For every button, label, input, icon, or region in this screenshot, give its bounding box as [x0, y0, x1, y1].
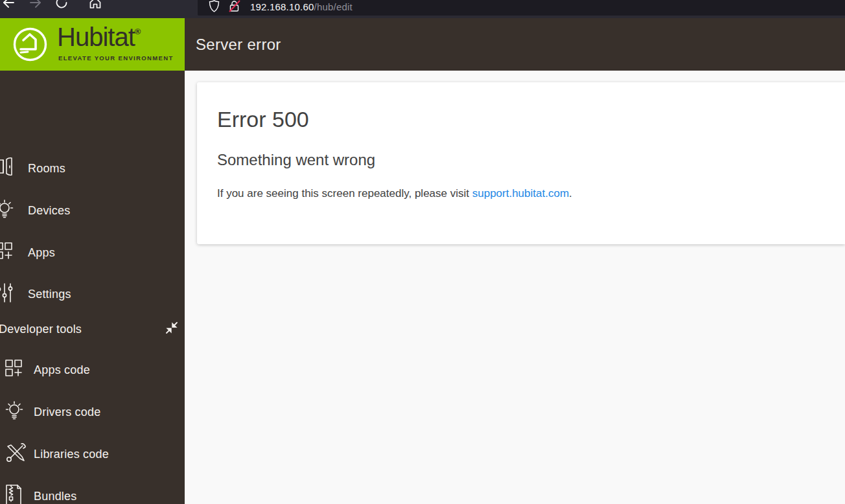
bundles-icon	[5, 485, 23, 504]
brand-text: Hubitat®	[57, 23, 141, 51]
registered-mark: ®	[135, 27, 141, 36]
home-icon[interactable]	[88, 0, 102, 10]
sidebar-item-libraries-code[interactable]: Libraries code	[0, 441, 185, 467]
libraries-code-icon	[5, 442, 28, 466]
error-message-suffix: .	[569, 187, 572, 200]
support-link[interactable]: support.hubitat.com	[472, 187, 569, 200]
sidebar-item-rooms[interactable]: Rooms	[0, 155, 185, 181]
sidebar-item-settings[interactable]: Settings	[0, 281, 185, 307]
error-code-heading: Error 500	[217, 107, 309, 132]
sidebar-item-apps[interactable]: Apps	[0, 240, 185, 266]
url-path: /hub/edit	[314, 1, 353, 12]
collapse-icon[interactable]	[165, 321, 178, 337]
error-subtitle: Something went wrong	[217, 151, 375, 169]
url-bar[interactable]: 192.168.10.60/hub/edit	[198, 0, 845, 16]
error-message-prefix: If you are seeing this screen repeatedly…	[217, 187, 472, 200]
sidebar-item-bundles[interactable]: Bundles	[0, 483, 185, 504]
settings-icon	[0, 282, 19, 306]
error-card: Error 500 Something went wrong If you ar…	[197, 82, 845, 244]
sidebar-section-developer-tools[interactable]: Developer tools	[0, 316, 185, 342]
drivers-code-icon	[5, 400, 25, 424]
sidebar: Rooms Devices Apps	[0, 71, 185, 504]
sidebar-item-devices[interactable]: Devices	[0, 198, 185, 223]
app-header: Hubitat® ELEVATE YOUR ENVIRONMENT Server…	[0, 18, 845, 71]
devices-icon	[0, 198, 19, 223]
rooms-icon	[0, 157, 21, 180]
page-title: Server error	[196, 18, 281, 71]
shield-icon[interactable]	[209, 0, 220, 15]
url-text[interactable]: 192.168.10.60/hub/edit	[250, 1, 353, 12]
browser-toolbar: 192.168.10.60/hub/edit	[0, 0, 845, 18]
hubitat-house-icon	[12, 27, 48, 65]
sidebar-item-drivers-code[interactable]: Drivers code	[0, 399, 185, 425]
sidebar-item-apps-code[interactable]: Apps code	[0, 357, 185, 383]
brand-tagline: ELEVATE YOUR ENVIRONMENT	[58, 54, 174, 62]
hubitat-logo[interactable]: Hubitat® ELEVATE YOUR ENVIRONMENT	[0, 18, 185, 71]
url-host: 192.168.10.60	[250, 1, 314, 12]
apps-icon	[0, 242, 19, 264]
forward-icon[interactable]	[29, 0, 43, 10]
main-content: Error 500 Something went wrong If you ar…	[185, 71, 845, 504]
apps-code-icon	[5, 359, 24, 381]
back-icon[interactable]	[1, 0, 16, 10]
insecure-lock-icon[interactable]	[228, 0, 242, 15]
reload-icon[interactable]	[54, 0, 69, 10]
error-message: If you are seeing this screen repeatedly…	[217, 187, 572, 200]
